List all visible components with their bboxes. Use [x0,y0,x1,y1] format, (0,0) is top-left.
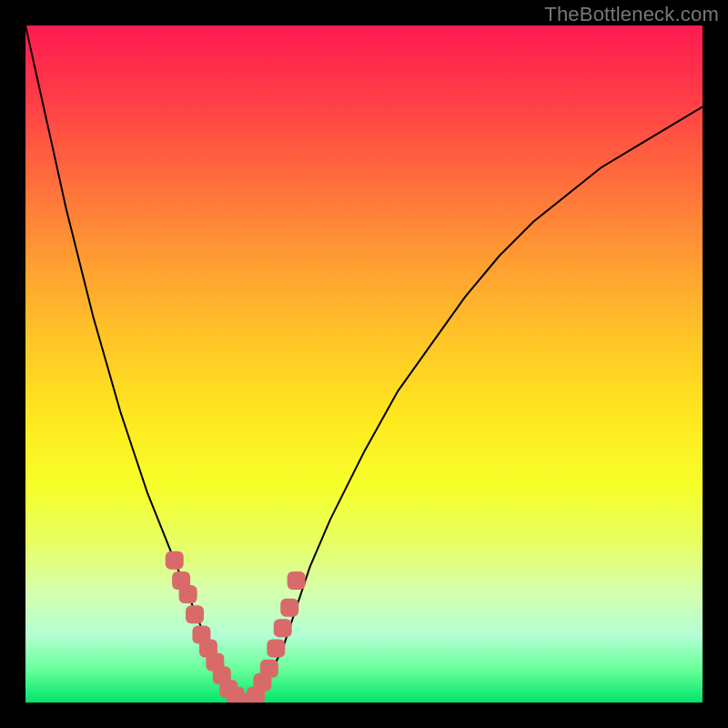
data-markers [166,551,306,703]
chart-frame: TheBottleneck.com [0,0,728,728]
data-marker [166,551,184,570]
data-marker [260,660,278,678]
bottleneck-curve [25,25,703,703]
watermark-text: TheBottleneck.com [544,3,719,26]
data-marker [280,599,298,617]
data-marker [288,571,306,590]
plot-area [25,25,703,703]
chart-svg [25,25,703,703]
data-marker [274,619,292,637]
data-marker [179,585,197,603]
data-marker [267,640,285,658]
data-marker [186,605,204,623]
